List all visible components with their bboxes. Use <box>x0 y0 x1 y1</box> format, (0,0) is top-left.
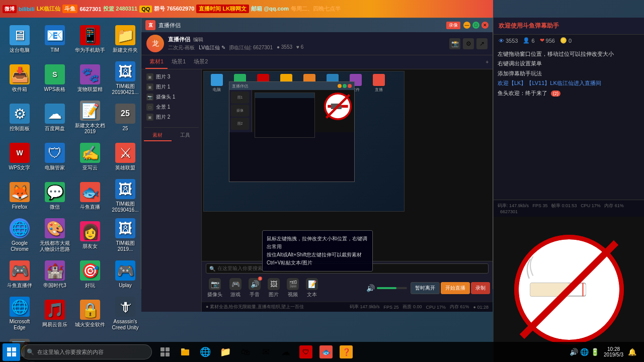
minimize-button[interactable]: — <box>463 22 470 29</box>
chat-msg-2: 右键调出设置菜单 <box>498 60 640 67</box>
desktop-icon-huawei[interactable]: 📱 华为手机助手 <box>72 20 108 59</box>
header-action-btns: 📸 ⚙ ↗ <box>449 38 488 49</box>
taskbar-icon-folder[interactable]: 📁 <box>216 342 235 361</box>
taskbar-icon-help[interactable]: ❓ <box>337 342 356 361</box>
desktop-icon-control-panel[interactable]: ⚙ 控制面板 <box>2 98 37 137</box>
scene-item-4[interactable]: □ 全景 1 <box>144 102 199 112</box>
btn-image[interactable]: 🖼 图片 <box>265 276 283 300</box>
tab-scene1[interactable]: 场景1 <box>168 55 190 69</box>
stream-title: 直播伴侣 <box>158 22 441 29</box>
desktop-icon-empire3[interactable]: 🏰 帝国时代3 <box>37 255 72 294</box>
svg-rect-10 <box>7 347 11 351</box>
maximize-button[interactable]: □ <box>472 22 479 29</box>
notification-icon[interactable]: 🔔 <box>628 348 636 356</box>
desktop-icons-grid: 🖥 这台电脑 📧 TIM 📱 华为手机助手 📁 新建文件夹 📥 收件箱 S WP… <box>0 18 143 339</box>
desktop-icon-inbox[interactable]: 📥 收件箱 <box>2 59 37 98</box>
desktop-icon-character-design[interactable]: 🎨 无线都市大规人物设计思路 <box>37 216 72 255</box>
volume-slider[interactable] <box>377 287 407 289</box>
desktop-icon-num25[interactable]: 25 25 <box>108 98 143 137</box>
desktop-icon-tim[interactable]: 📧 TIM <box>37 20 72 59</box>
nested-main-preview <box>252 90 354 132</box>
desktop-icon-douyulive2[interactable]: 🎮 斗鱼直播伴 <box>2 255 37 294</box>
btn-video[interactable]: 🎬 视频 <box>284 276 302 300</box>
taskbar-icon-douyu[interactable]: 🐟 <box>316 342 336 361</box>
taskbar-icon-antivirus[interactable]: 🛡 <box>296 342 315 361</box>
desktop-icon-new-doc[interactable]: 📝 新建文本文档 2019 <box>72 98 108 137</box>
taskbar-icon-edge[interactable]: 🌐 <box>196 342 215 361</box>
volume-icon: 🔊 <box>366 284 375 292</box>
share-btn[interactable]: ↗ <box>476 38 488 49</box>
desktop-icon-douyu-app[interactable]: 🐟 斗鱼直播 <box>72 176 108 216</box>
banner-content: 微博 bilibili LK临江仙 斗鱼 6627301 投篮 2480311 … <box>3 5 341 13</box>
desktop-icon-friend-woman[interactable]: 👩 朋友女 <box>72 216 108 255</box>
desktop-icon-computer-mgr[interactable]: 🛡 电脑管家 <box>37 137 72 176</box>
desktop-icon-tim-screenshot[interactable]: 🖼 TIM截图 20190421... <box>108 59 143 98</box>
taskbar-icon-cloud[interactable]: ☁ <box>276 342 295 361</box>
desktop-icon-assassins-creed[interactable]: 🗡 Assassin's Creed Unity <box>108 294 143 333</box>
desktop-icon-write-cloud[interactable]: ✍ 亚写云 <box>72 137 108 176</box>
tab-sucker1[interactable]: 素材1 <box>145 55 168 69</box>
close-button[interactable]: ✕ <box>481 22 489 29</box>
start-live-button[interactable]: 开始直播 <box>441 282 470 294</box>
douyu-id: 6627301 <box>79 6 101 12</box>
desktop-icon-city-safe[interactable]: 🔒 城火安全软件 <box>72 294 108 333</box>
tray-icon-1: 🔊 <box>570 348 578 356</box>
volume-control: 🔊 <box>364 284 410 292</box>
start-button[interactable] <box>3 343 20 361</box>
scene-item-1[interactable]: ▣ 图片 3 <box>144 72 199 82</box>
desktop-icon-wyy[interactable]: 🎵 网易云音乐 <box>37 294 72 333</box>
scene-item-5[interactable]: ▣ 图片 2 <box>144 112 199 122</box>
taskbar-icon-task-view[interactable] <box>155 342 175 361</box>
rp-fps: FPS 35 <box>533 203 548 208</box>
btn-audio[interactable]: 🔊! 手音 <box>246 276 264 300</box>
folder-icon: 📁 <box>220 346 231 357</box>
tray-time: 10:28 <box>604 346 623 352</box>
desktop-icon-hero[interactable]: ⚔ 英雄联盟 <box>108 137 143 176</box>
desktop-icon-tim-pic5[interactable]: 🖼 TIM截图 2019... <box>108 216 143 255</box>
tab-scene2[interactable]: 场景2 <box>190 55 212 69</box>
desktop-icon-happy[interactable]: 🎯 好玩 <box>72 255 108 294</box>
scene-item-2[interactable]: ▣ 图片 1 <box>144 82 199 92</box>
taskbar-icon-store[interactable]: 🛍 <box>236 342 255 361</box>
desktop-icon-uplay[interactable]: 🎮 Uplay <box>108 255 143 294</box>
taskbar-search-text: 在这里输入你要搜索的内容 <box>37 348 104 356</box>
weibo-icon: 微博 <box>3 5 17 13</box>
viewer-stat: 👁 3553 <box>499 38 518 44</box>
scene-item-5-label: 图片 2 <box>156 114 170 121</box>
stream-app-btn[interactable]: 录像 <box>446 22 460 29</box>
desktop-icon-wps-writer[interactable]: W WPS文字 <box>2 137 37 176</box>
desktop-icon-tim-pic4[interactable]: 🖼 TIM截图 20190416... <box>108 176 143 216</box>
settings-btn[interactable]: ⚙ <box>463 38 474 49</box>
desktop-icon-this-pc[interactable]: 🖥 这台电脑 <box>2 20 37 59</box>
edge-icon: 🌐 <box>200 346 211 357</box>
nested-max <box>343 84 347 88</box>
desktop-icon-wechat[interactable]: 💬 微信 <box>37 176 72 216</box>
tray-icon-3: 🔋 <box>591 348 599 356</box>
btn-camera[interactable]: 📷 摄像头 <box>204 276 225 300</box>
screenshot-btn[interactable]: 📸 <box>449 38 460 49</box>
desktop-icon-wps-excel[interactable]: S WPS表格 <box>37 59 72 98</box>
record-button[interactable]: 录制 <box>471 282 490 294</box>
add-scene-btn[interactable]: + <box>486 59 489 65</box>
desktop-icon-ms-edge[interactable]: 🌐 Microsoft Edge <box>2 294 37 333</box>
desktop-icon-firefox[interactable]: 🦊 Firefox <box>2 176 37 216</box>
chat-area: 左键拖动窗口位置，移动过位可以拉伸改变大小 右键调出设置菜单 添加弹幕助手玩法 … <box>494 46 644 200</box>
taskbar-icon-file-explorer[interactable] <box>176 342 195 361</box>
tab-tools[interactable]: 工具 <box>172 130 199 141</box>
preview-button[interactable]: 暂时离开 <box>411 282 440 294</box>
file-explorer-icon <box>180 347 190 357</box>
taskbar-icon-mail[interactable]: ✉ <box>256 342 275 361</box>
stream-icon-buttons-row: 📷 摄像头 🎮 游戏 🔊! 手音 🖼 图 <box>202 275 493 302</box>
desktop-icon-new-folder[interactable]: 📁 新建文件夹 <box>108 20 143 59</box>
profile-avatar: 龙 <box>146 35 164 52</box>
desktop-icon-pet-world[interactable]: 🐾 宠物联盟精 <box>72 59 108 98</box>
tab-material[interactable]: 素材 <box>144 130 172 141</box>
btn-text[interactable]: 📝 文本 <box>303 276 321 300</box>
taskbar-search-box[interactable]: 🔍 在这里输入你要搜索的内容 <box>21 344 152 359</box>
desktop-icon-baidu[interactable]: ☁ 百度网盘 <box>37 98 72 137</box>
edit-profile[interactable]: 编辑 <box>193 36 203 43</box>
stream-preview-area: 电脑 WPS TIM 文件 游戏 网盘 软件 直播 直播伴侣 <box>202 69 493 312</box>
desktop-icon-chrome[interactable]: 🌐 Google Chrome <box>2 216 37 255</box>
btn-game[interactable]: 🎮 游戏 <box>226 276 245 300</box>
scene-item-3[interactable]: 📷 摄像头 1 <box>144 92 199 102</box>
